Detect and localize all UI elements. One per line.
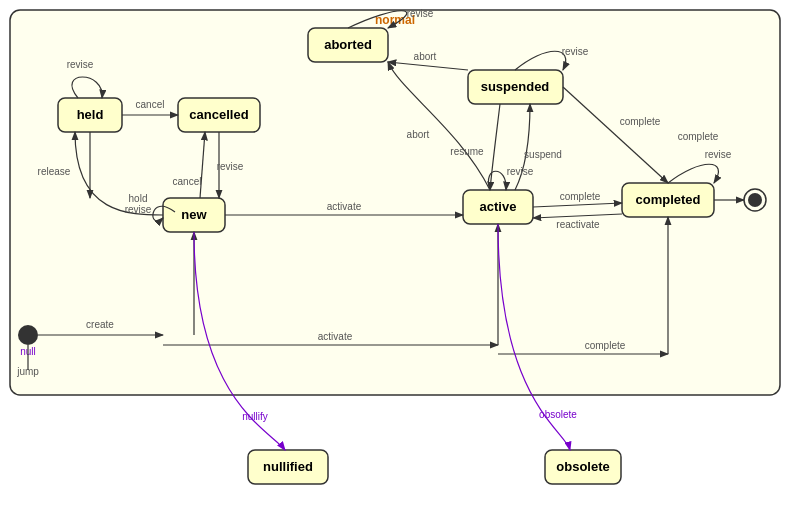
label-suspended-aborted: abort [414, 51, 437, 62]
label-suspended-revise: revise [562, 46, 589, 57]
diagram-container: normal held cancelled new aborted suspen… [0, 0, 800, 507]
label-new-revise: revise [125, 204, 152, 215]
label-null-create: create [86, 319, 114, 330]
state-completed-label: completed [635, 192, 700, 207]
state-active-label: active [480, 199, 517, 214]
label-active-complete: complete [560, 191, 601, 202]
label-active-obsolete: obsolete [539, 409, 577, 420]
final-state-dot [748, 193, 762, 207]
state-new-label: new [181, 207, 207, 222]
state-suspended-label: suspended [481, 79, 550, 94]
label-new-hold: hold [129, 193, 148, 204]
label-suspended-resume: resume [450, 146, 484, 157]
state-cancelled-label: cancelled [189, 107, 248, 122]
label-completed-reactivate: reactivate [556, 219, 600, 230]
label-held-new: release [38, 166, 71, 177]
label-null-complete: complete [585, 340, 626, 351]
initial-state [18, 325, 38, 345]
label-cancelled-new: revise [217, 161, 244, 172]
label-new-nullify: nullify [242, 411, 268, 422]
label-complete-top: complete [678, 131, 719, 142]
state-held-label: held [77, 107, 104, 122]
label-active-aborted: abort [407, 129, 430, 140]
state-obsolete-label: obsolete [556, 459, 609, 474]
label-active-revise: revise [507, 166, 534, 177]
label-new-active: activate [327, 201, 362, 212]
label-held-revise: revise [67, 59, 94, 70]
label-completed-revise: revise [705, 149, 732, 160]
label-active-suspend: suspend [524, 149, 562, 160]
label-new-cancelled: cancel [173, 176, 202, 187]
state-nullified-label: nullified [263, 459, 313, 474]
label-aborted-revise: revise [407, 8, 434, 19]
label-held-cancelled: cancel [136, 99, 165, 110]
label-suspended-complete: complete [620, 116, 661, 127]
state-aborted-label: aborted [324, 37, 372, 52]
label-null-activate: activate [318, 331, 353, 342]
